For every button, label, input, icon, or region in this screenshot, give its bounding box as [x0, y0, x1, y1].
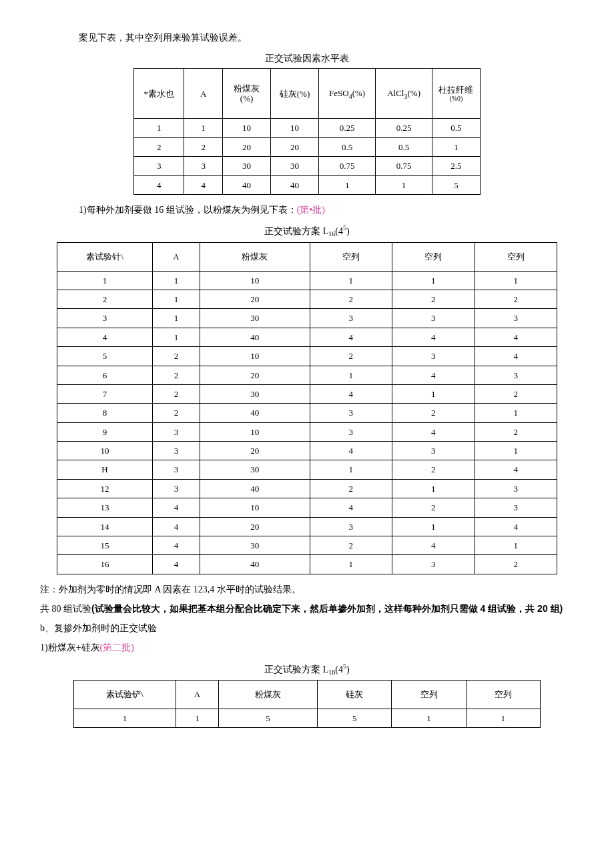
table-row: 115511 [74, 709, 541, 728]
t1-h1: *素水也 [134, 69, 184, 119]
t2-h1: 素试验针\ [57, 242, 153, 271]
t1-h3: 粉煤灰(%) [223, 69, 271, 119]
intro-text: 案见下表，其中空列用来验算试验误差。 [79, 29, 574, 46]
table-row: 5210234 [57, 347, 557, 366]
table1-caption: 正交试验因素水平表 [40, 50, 574, 67]
table-row: 1110100.250.250.5 [134, 119, 481, 137]
table-row: 12340213 [57, 479, 557, 498]
table-row: 15430241 [57, 536, 557, 555]
t1-h6: AlCl3(%) [376, 69, 432, 119]
table-row: 13410423 [57, 498, 557, 517]
t2-h2: A [153, 242, 200, 271]
t1-h2: A [184, 69, 223, 119]
orthogonal-plan-table: 素试验针\ A 粉煤灰 空列 空列 空列 1110111212022231303… [57, 242, 557, 574]
note3: b、复掺外加剂时的正交试验 [40, 620, 574, 636]
table-row: 2120222 [57, 290, 557, 308]
table-row: 6220143 [57, 366, 557, 384]
t2-h6: 空列 [475, 242, 557, 271]
note4: 1)粉煤灰+硅灰(第二批) [40, 639, 574, 656]
table-row: 10320431 [57, 442, 557, 460]
table-row: 2220200.50.51 [134, 137, 481, 156]
t3-h3: 粉煤灰 [218, 681, 317, 709]
note1: 注：外加剂为零时的情况即 A 因素在 123,4 水平时的试验结果。 [40, 581, 574, 598]
orthogonal-plan-table-2: 素试验铲\ A 粉煤灰 硅灰 空列 空列 115511 [73, 680, 541, 728]
table2-caption: 正交试验方案 L16(45) [40, 222, 574, 240]
table-row: 9310342 [57, 422, 557, 441]
table-row: 444040115 [134, 175, 481, 194]
table-row: 4140444 [57, 328, 557, 346]
table-row: 8240321 [57, 404, 557, 422]
t1-h4: 硅灰(%) [271, 69, 319, 119]
t3-h2: A [176, 681, 219, 709]
t2-h3: 粉煤灰 [200, 242, 310, 271]
table-row: 16440132 [57, 555, 557, 574]
table3-caption: 正交试验方案 L16(45) [40, 661, 574, 679]
note2: 共 80 组试验(试验量会比较大，如果把基本组分配合比确定下来，然后单掺外加剂，… [40, 600, 574, 617]
t1-h5: FeSO4(%) [319, 69, 376, 119]
t3-h4: 硅灰 [318, 681, 392, 709]
t3-h6: 空列 [466, 681, 540, 709]
factor-level-table: *素水也 A 粉煤灰(%) 硅灰(%) FeSO4(%) AlCl3(%) 杜拉… [133, 68, 481, 195]
table-row: 7230412 [57, 384, 557, 403]
t2-h4: 空列 [310, 242, 392, 271]
t2-h5: 空列 [392, 242, 475, 271]
table-row: 14420314 [57, 517, 557, 536]
t3-h5: 空列 [392, 681, 466, 709]
table-row: 1110111 [57, 271, 557, 290]
table-row: H330124 [57, 460, 557, 479]
table-row: 3130333 [57, 309, 557, 328]
section1-text: 1)每种外加剂要做 16 组试验，以粉煤灰为例见下表：(第•批) [79, 201, 574, 218]
table-row: 3330300.750.752.5 [134, 157, 481, 175]
t3-h1: 素试验铲\ [74, 681, 176, 709]
t1-h7: 杜拉纤维(%0) [432, 69, 480, 119]
